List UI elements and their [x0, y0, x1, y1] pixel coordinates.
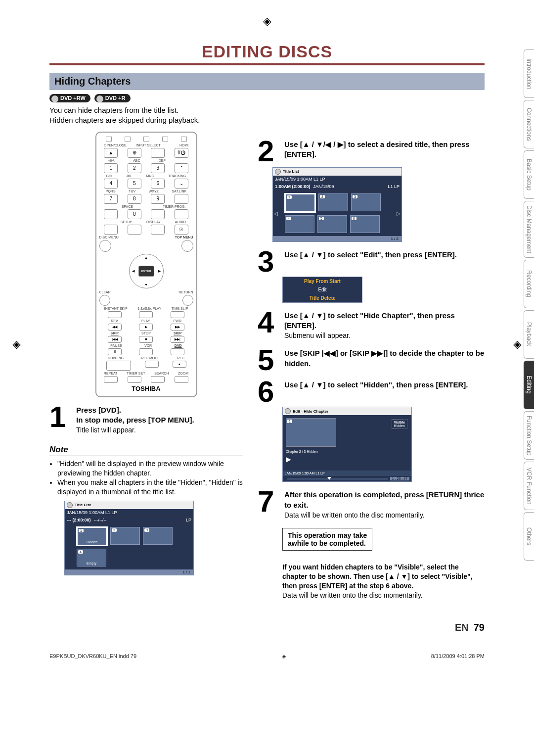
- visible-instruction: If you want hidden chapters to be "Visib…: [282, 563, 485, 600]
- step-5: 5 Use [SKIP |◀◀] or [SKIP ▶▶|] to decide…: [258, 348, 485, 372]
- side-tab-function-setup[interactable]: Function Setup: [524, 411, 534, 460]
- step-7: 7 After this operation is completed, pre…: [258, 490, 485, 520]
- page-title: EDITING DISCS: [49, 42, 485, 65]
- step-2: 2 Use [▲ / ▼/◀ / ▶] to select a desired …: [258, 140, 485, 163]
- remote-brand: TOSHIBA: [99, 385, 193, 392]
- disc-badges: DVD +RW DVD +R: [49, 94, 485, 102]
- step-6: 6 Use [▲ / ▼] to select "Hidden", then p…: [258, 380, 485, 404]
- disc-icon: [275, 169, 281, 175]
- note-block: Note "Hidden" will be displayed in the p…: [49, 445, 243, 497]
- right-arrow-icon: ▷: [397, 210, 400, 216]
- step-1: 1 Press [DVD]. In stop mode, press [TOP …: [49, 405, 243, 435]
- side-tab-disc-management[interactable]: Disc Management: [524, 201, 534, 258]
- warning-box: This operation may take awhile to be com…: [282, 528, 372, 551]
- registration-mark-icon: ◈: [263, 15, 271, 28]
- section-heading: Hiding Chapters: [49, 73, 485, 90]
- side-tab-playback[interactable]: Playback: [524, 310, 534, 359]
- print-metadata: E9PKBUD_DKVR60KU_EN.indd 79 ◈ 8/11/2009 …: [49, 653, 485, 660]
- page-footer: EN79: [49, 622, 485, 633]
- dvd-rw-badge: DVD +RW: [49, 94, 90, 102]
- side-tab-connections[interactable]: Connections: [524, 100, 534, 148]
- intro-text: You can hide chapters from the title lis…: [49, 105, 485, 126]
- side-tab-introduction[interactable]: Introduction: [524, 49, 534, 98]
- side-tab-vcr-function[interactable]: VCR Function: [524, 462, 534, 510]
- side-tab-recording[interactable]: Recording: [524, 260, 534, 308]
- osd-note-title-list: Title List JAN/15/09 1:00AM L1 LP --- (2…: [49, 501, 243, 575]
- registration-mark-icon: ◈: [12, 338, 21, 351]
- play-icon: ▶: [286, 455, 408, 463]
- dvd-r-badge: DVD +R: [94, 94, 131, 102]
- disc-icon: [67, 502, 73, 508]
- step-3: 3 Use [▲ / ▼] to select "Edit", then pre…: [258, 250, 485, 274]
- side-tab-others[interactable]: Others: [524, 512, 534, 561]
- registration-mark-icon: ◈: [282, 653, 286, 660]
- side-tab-editing[interactable]: Editing: [524, 361, 534, 409]
- left-arrow-icon: ◁: [274, 210, 278, 216]
- edit-menu: Play From Start Edit Title Delete: [282, 277, 362, 303]
- step-4: 4 Use [▲ / ▼] to select "Hide Chapter", …: [258, 311, 485, 341]
- disc-icon: [285, 408, 291, 414]
- side-navigation: Introduction Connections Basic Setup Dis…: [524, 49, 534, 561]
- osd-step2-title-list: Title List JAN/15/09 1:00AM L1 LP 1:00AM…: [258, 167, 485, 242]
- registration-mark-icon: ◈: [513, 338, 522, 351]
- side-tab-basic-setup[interactable]: Basic Setup: [524, 150, 534, 199]
- osd-edit-hide-chapter: Edit - Hide Chapter 1 VisibleHidden Chap…: [282, 407, 412, 482]
- remote-illustration: OPEN/CLOSEINPUT SELECTHDMI ▲⊕I/⏻ ·@/:ABC…: [95, 132, 197, 397]
- nav-circle: ▲ ▼ ◀ ▶ ENTER: [129, 254, 164, 288]
